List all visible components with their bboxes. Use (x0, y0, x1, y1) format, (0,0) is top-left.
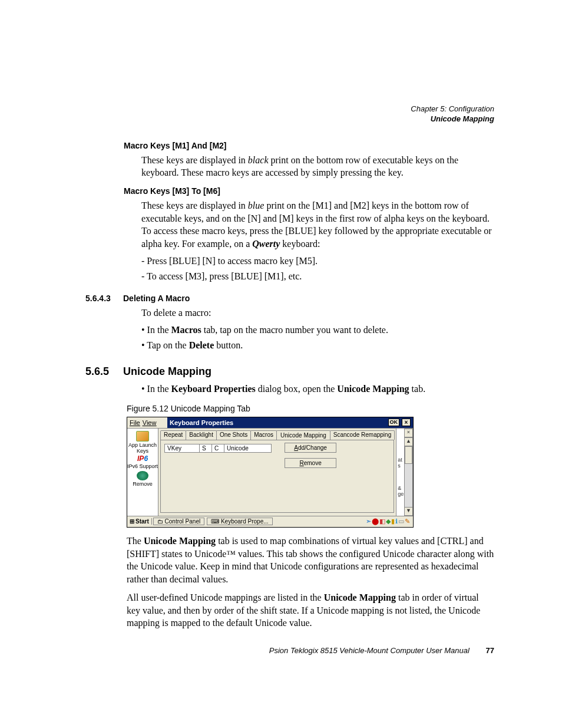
ok-button[interactable]: OK (388, 419, 400, 426)
col-vkey[interactable]: VKey (165, 444, 200, 452)
unicode-steps: In the Keyboard Properties dialog box, o… (141, 381, 494, 397)
tab-repeat[interactable]: Repeat (160, 430, 186, 440)
bg-text-frag2: &ge (398, 485, 404, 497)
tab-macros[interactable]: Macros (250, 430, 277, 440)
list-item: In the Keyboard Properties dialog box, o… (141, 381, 494, 397)
tab-scancode-remapping[interactable]: Scancode Remapping (330, 430, 395, 440)
folder-icon: 🗀 (157, 518, 163, 525)
col-s[interactable]: S (200, 444, 212, 452)
scrollbar[interactable] (404, 446, 413, 507)
tray-icon[interactable]: ✎ (405, 518, 411, 525)
sidebar-label-remove: Remove (133, 481, 153, 487)
list-item: Press [BLUE] [N] to access macro key [M5… (141, 253, 494, 269)
windows-logo-icon: ⊞ (130, 518, 134, 525)
menubar: File View Keyboard Properties OK × (127, 417, 413, 429)
keyboard-icon: ⌨ (211, 518, 219, 525)
tab-strip: Repeat Backlight One Shots Macros Unicod… (160, 430, 394, 440)
taskbar: ⊞ Start 🗀 Control Panel ⌨ Keyboard Prope… (127, 516, 413, 527)
heading-macro-m3-m6: Macro Keys [M3] To [M6] (124, 186, 494, 196)
heading-unicode-mapping: 5.6.5Unicode Mapping (85, 365, 494, 378)
menu-view[interactable]: View (143, 419, 157, 426)
col-c[interactable]: C (212, 444, 224, 452)
heading-macro-m1-m2: Macro Keys [M1] And [M2] (124, 141, 494, 150)
deleting-intro: To delete a macro: (141, 307, 494, 319)
col-unicode[interactable]: Unicode (224, 444, 271, 452)
body-macro-m3-m6: These keys are displayed in blue print o… (141, 199, 494, 250)
deleting-steps: In the Macros tab, tap on the macro numb… (141, 322, 494, 353)
tab-panel: VKey S C Unicode Add/Change Remove (160, 440, 394, 513)
scroll-thumb[interactable] (405, 446, 412, 464)
tray-icon[interactable]: ▭ (398, 518, 405, 525)
figure-caption: Figure 5.12 Unicode Mapping Tab (127, 404, 494, 413)
remove-button[interactable]: Remove (285, 458, 336, 468)
page-footer: Psion Teklogix 8515 Vehicle-Mount Comput… (74, 646, 494, 655)
scroll-up-icon[interactable]: ▲ (404, 437, 413, 446)
para-unicode-1: The Unicode Mapping tab is used to map c… (127, 535, 494, 585)
list-item: To access [M3], press [BLUE] [M1], etc. (141, 269, 494, 284)
tray-icon[interactable]: ▮ (391, 518, 395, 525)
ipv6-icon[interactable]: IP6 (137, 454, 148, 463)
tab-unicode-mapping[interactable]: Unicode Mapping (276, 430, 330, 440)
mapping-list-header: VKey S C Unicode (164, 444, 272, 453)
macro-m3-m6-steps: Press [BLUE] [N] to access macro key [M5… (141, 253, 494, 284)
titlebar: Keyboard Properties OK × (167, 417, 413, 428)
menu-file[interactable]: File (130, 419, 140, 426)
close-button[interactable]: × (402, 419, 411, 426)
taskbar-item-control-panel[interactable]: 🗀 Control Panel (153, 518, 204, 525)
start-button[interactable]: ⊞ Start (127, 518, 152, 525)
list-item: Tap on the Delete button. (141, 338, 494, 353)
system-tray[interactable]: ➣⬤◧◆▮ℹ▭✎ (363, 518, 413, 525)
page-header: Chapter 5: Configuration Unicode Mapping (74, 104, 494, 124)
add-change-button[interactable]: Add/Change (285, 443, 336, 453)
header-chapter: Chapter 5: Configuration (74, 104, 494, 114)
window-title: Keyboard Properties (170, 419, 233, 426)
sidebar-label-ipv6: IPv6 Support (127, 463, 158, 469)
keyboard-properties-dialog: File View Keyboard Properties OK × App L… (127, 417, 414, 528)
para-unicode-2: All user-defined Unicode mappings are li… (127, 591, 494, 630)
tray-icon[interactable]: ⬤ (372, 518, 379, 525)
tray-icon[interactable]: ◆ (386, 518, 391, 525)
bg-text-frag: ats (398, 457, 402, 469)
footer-title: Psion Teklogix 8515 Vehicle-Mount Comput… (269, 646, 470, 655)
tab-backlight[interactable]: Backlight (186, 430, 217, 440)
sidebar-label-app: App Launch Keys (127, 442, 158, 454)
control-panel-sidebar: App Launch Keys IP6 IPv6 Support Remove (127, 429, 158, 516)
tab-one-shots[interactable]: One Shots (216, 430, 251, 440)
taskbar-item-keyboard-props[interactable]: ⌨ Keyboard Prope... (207, 518, 272, 525)
tray-icon[interactable]: ◧ (379, 518, 386, 525)
tray-icon[interactable]: ➣ (366, 518, 372, 525)
close-icon[interactable]: × (404, 429, 413, 437)
page-number: 77 (486, 646, 494, 655)
heading-deleting-macro: 5.6.4.3Deleting A Macro (85, 294, 494, 303)
background-window-sliver: × ▲ ▼ ats &ge (396, 429, 413, 516)
remove-programs-icon[interactable] (137, 471, 148, 480)
app-launch-keys-icon[interactable] (136, 431, 149, 442)
scroll-down-icon[interactable]: ▼ (404, 507, 413, 516)
body-macro-m1-m2: These keys are displayed in black print … (141, 154, 494, 179)
list-item: In the Macros tab, tap on the macro numb… (141, 322, 494, 338)
dialog-main: Repeat Backlight One Shots Macros Unicod… (158, 429, 396, 516)
header-section: Unicode Mapping (74, 114, 494, 124)
